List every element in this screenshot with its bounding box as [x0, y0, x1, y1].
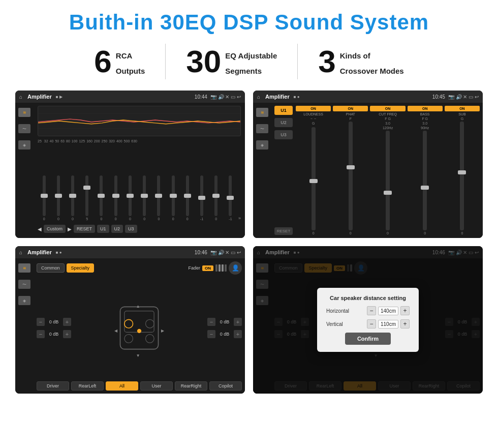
sidebar3-wave-icon[interactable]: 〜 — [18, 280, 30, 289]
ch-track-sub[interactable] — [460, 122, 464, 230]
driver-btn[interactable]: Driver — [37, 381, 69, 391]
screen2-sidebar: ≋ 〜 ◈ — [253, 103, 271, 238]
dialog-overlay: Car speaker distance setting Horizontal … — [253, 246, 483, 394]
vol-minus-3[interactable]: − — [207, 318, 215, 326]
sidebar2-eq-icon[interactable]: ≋ — [256, 108, 268, 117]
ch-track-bass[interactable] — [423, 131, 427, 230]
user-btn[interactable]: User — [140, 381, 173, 391]
ch-track-loudness[interactable] — [312, 127, 316, 230]
sidebar2-speaker-icon[interactable]: ◈ — [256, 140, 268, 150]
vol-value-3: 0 dB — [217, 319, 232, 324]
eq-u1-btn[interactable]: U1 — [97, 225, 109, 233]
eq-slider-3[interactable]: 5 — [81, 175, 94, 221]
user-icon-btn[interactable]: 👤 — [229, 261, 242, 275]
dialog-confirm-btn[interactable]: Confirm — [345, 333, 391, 345]
eq-slider-6[interactable]: 0 — [123, 175, 136, 221]
dialog-row-vertical: Vertical − 110cm + — [326, 319, 410, 328]
vol-row-3: − 0 dB + — [207, 318, 242, 326]
stat-label-rca-1: RCA — [116, 46, 145, 61]
screen2-topbar-icons: 📷 🔊 ✕ ▭ ↩ — [448, 94, 479, 100]
eq-slider-0[interactable]: 0 — [38, 175, 50, 221]
eq-slider-2[interactable]: 0 — [66, 175, 79, 221]
car-diagram-area: − 0 dB + − 0 dB + — [37, 277, 242, 379]
eq-slider-1[interactable]: 0 — [52, 175, 65, 221]
screen2-content: ≋ 〜 ◈ U1 U2 U3 RESET ON LOU — [253, 103, 483, 238]
vol-plus-4[interactable]: + — [234, 330, 242, 338]
stat-number-crossover: 3 — [318, 46, 335, 77]
dialog-plus-horizontal[interactable]: + — [400, 306, 410, 315]
sidebar3-eq-icon[interactable]: ≋ — [18, 263, 30, 273]
eq-slider-5[interactable]: 0 — [109, 175, 122, 221]
screenshots-grid: ⌂ Amplifier ■ ▶ 10:44 📷 🔊 ✕ ▭ ↩ ≋ 〜 ◈ — [15, 91, 483, 394]
eq-chart — [38, 106, 241, 136]
ch-track-phat[interactable] — [349, 122, 353, 230]
home-icon-3[interactable]: ⌂ — [19, 250, 22, 255]
vol-minus-1[interactable]: − — [37, 318, 45, 326]
preset-u1[interactable]: U1 — [274, 106, 293, 115]
eq-slider-12[interactable]: 0 — [210, 175, 223, 221]
screen3-topbar-icons: 📷 🔊 ✕ ▭ ↩ — [210, 250, 241, 255]
dialog-minus-vertical[interactable]: − — [367, 319, 376, 328]
vol-plus-1[interactable]: + — [63, 318, 71, 326]
home-icon[interactable]: ⌂ — [19, 94, 22, 100]
car-diagram: ▲ ▼ ◀ ▶ — [74, 297, 204, 359]
eq-reset-btn[interactable]: RESET — [74, 225, 95, 233]
vol-value-1: 0 dB — [47, 319, 61, 324]
tab-specialty[interactable]: Specialty — [67, 263, 95, 273]
svg-point-7 — [124, 335, 133, 343]
amp-reset-btn[interactable]: RESET — [274, 227, 293, 235]
preset-u3[interactable]: U3 — [274, 130, 293, 139]
eq-u2-btn[interactable]: U2 — [111, 225, 123, 233]
eq-next-btn[interactable]: ▶ — [68, 226, 72, 232]
copilot-btn[interactable]: Copilot — [209, 381, 242, 391]
sidebar-speaker-icon[interactable]: ◈ — [18, 140, 30, 150]
ch-on-loudness: ON — [296, 106, 331, 111]
screen1-eq-area: 25 32 40 50 63 80 100 125 160 200 250 32… — [34, 103, 245, 238]
vol-minus-4[interactable]: − — [207, 330, 215, 338]
stat-eq: 30 EQ Adjustable Segments — [166, 46, 297, 77]
stat-label-rca-2: Outputs — [116, 61, 145, 76]
dialog-minus-horizontal[interactable]: − — [367, 306, 376, 315]
screen1-topbar-icons: 📷 🔊 ✕ ▭ ↩ — [210, 94, 241, 100]
amp-channels: ON LOUDNESS ~~ G 0 — [296, 106, 480, 235]
preset-u2[interactable]: U2 — [274, 118, 293, 127]
dialog-plus-vertical[interactable]: + — [400, 319, 410, 328]
rearleft-btn[interactable]: RearLeft — [71, 381, 104, 391]
screen2-topbar: ⌂ Amplifier ■ ● 10:45 📷 🔊 ✕ ▭ ↩ — [253, 91, 483, 103]
sidebar-wave-icon[interactable]: 〜 — [18, 124, 30, 133]
eq-slider-4[interactable]: 0 — [95, 175, 108, 221]
screen2-time: 10:45 — [432, 94, 445, 100]
dialog-value-row-horizontal: − 140cm + — [367, 306, 410, 315]
screen1-dots: ■ ▶ — [56, 95, 63, 99]
eq-custom-btn[interactable]: Custom — [44, 225, 66, 233]
eq-slider-10[interactable]: 0 — [181, 175, 194, 221]
eq-prev-btn[interactable]: ◀ — [38, 226, 42, 232]
svg-point-9 — [137, 329, 141, 333]
eq-slider-7[interactable]: 0 — [138, 175, 151, 221]
rearright-btn[interactable]: RearRight — [175, 381, 207, 391]
vol-plus-3[interactable]: + — [234, 318, 242, 326]
amp-ch-cutfreq: ON CUT FREQ F G 3.0 120Hz 0 — [370, 106, 405, 235]
eq-slider-8[interactable]: 0 — [152, 175, 165, 221]
eq-slider-9[interactable]: 0 — [167, 175, 179, 221]
sidebar-eq-icon[interactable]: ≋ — [18, 108, 30, 117]
home-icon-2[interactable]: ⌂ — [257, 94, 260, 100]
vol-plus-2[interactable]: + — [63, 330, 71, 338]
screen2-dots: ■ ● — [294, 95, 300, 99]
all-btn[interactable]: All — [106, 381, 138, 391]
ch-on-sub: ON — [445, 106, 480, 111]
sidebar3-speaker-icon[interactable]: ◈ — [18, 296, 30, 305]
ch-track-cutfreq[interactable] — [386, 131, 390, 230]
eq-slider-13[interactable]: -1 — [224, 175, 237, 221]
ch-label-phat: PHAT — [346, 112, 355, 116]
sidebar2-wave-icon[interactable]: 〜 — [256, 124, 268, 133]
eq-slider-11[interactable]: -1 — [195, 175, 208, 221]
vol-minus-2[interactable]: − — [37, 330, 45, 338]
stats-row: 6 RCA Outputs 30 EQ Adjustable Segments … — [15, 44, 483, 79]
spec-top-row: Common Specialty Fader ON 👤 — [37, 261, 242, 275]
fader-bars — [215, 264, 227, 272]
tab-common[interactable]: Common — [37, 263, 65, 273]
stat-number-eq: 30 — [186, 46, 221, 77]
eq-u3-btn[interactable]: U3 — [125, 225, 137, 233]
screen1-topbar: ⌂ Amplifier ■ ▶ 10:44 📷 🔊 ✕ ▭ ↩ — [15, 91, 245, 103]
